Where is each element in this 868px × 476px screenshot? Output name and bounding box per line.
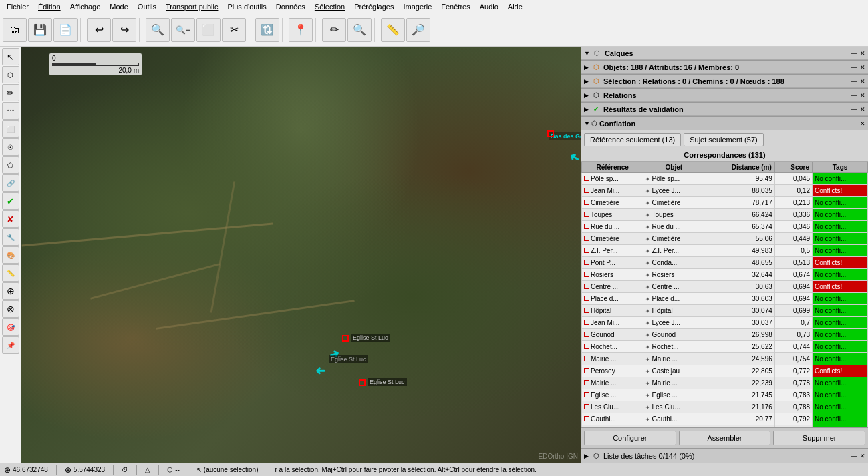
menu-fichier[interactable]: Fichier xyxy=(3,1,33,12)
toolbar-gps[interactable]: 📍 xyxy=(289,18,313,42)
table-row[interactable]: Rue du ... ✦ Rue du ... 65,374 0,346 No … xyxy=(582,221,868,233)
tool-node[interactable]: ⬡ xyxy=(2,66,19,83)
table-row[interactable]: Rosiers ✦ Rosiers 32,644 0,674 No confli… xyxy=(582,269,868,281)
toolbar-zoom-out[interactable]: 🔍− xyxy=(171,18,195,42)
toolbar-measure[interactable]: 📏 xyxy=(381,18,405,42)
table-row[interactable]: Perosey ✦ Casteljau 22,805 0,772 Conflic… xyxy=(582,365,868,377)
table-row[interactable]: Gauthi... ✦ Gauthi... 20,77 0,792 No con… xyxy=(582,413,868,425)
tool-paint[interactable]: 🎨 xyxy=(2,246,19,264)
calques-header[interactable]: ▼ ⬡ Calques — ✕ xyxy=(581,47,868,60)
toolbar-refresh[interactable]: 🔃 xyxy=(255,18,279,42)
conflation-arrow[interactable]: ▼ xyxy=(584,120,590,127)
tool-add[interactable]: ⊕ xyxy=(2,282,19,300)
tool-polygon[interactable]: ⬠ xyxy=(2,156,19,174)
table-row[interactable]: Rochet... ✦ Rochet... 25,622 0,744 No co… xyxy=(582,341,868,353)
toolbar-open[interactable]: 🗂 xyxy=(3,18,27,42)
calques-close[interactable]: ✕ xyxy=(860,50,865,57)
tasks-close[interactable]: ✕ xyxy=(860,453,865,459)
menu-aide[interactable]: Aide xyxy=(504,1,527,12)
tab-reference[interactable]: Référence seulement (13) xyxy=(584,133,681,146)
objets-arrow[interactable]: ▶ xyxy=(584,64,589,71)
tasks-minimize[interactable]: — xyxy=(851,453,857,459)
objets-header[interactable]: ▶ ⬡ Objets: 188 / Attributs: 16 / Membre… xyxy=(581,61,868,74)
table-row[interactable]: Cimetière ✦ Cimetière 55,06 0,449 No con… xyxy=(582,233,868,245)
objets-minimize[interactable]: — xyxy=(851,64,857,71)
data-table[interactable]: Référence Objet Distance (m) Score Tags … xyxy=(581,162,868,427)
menu-transport-public[interactable]: Transport public xyxy=(162,1,222,12)
selection-close[interactable]: ✕ xyxy=(860,78,865,85)
menu-plus-outils[interactable]: Plus d'outils xyxy=(223,1,270,12)
menu-prereglages[interactable]: Préréglages xyxy=(350,1,398,12)
configure-button[interactable]: Configurer xyxy=(584,431,676,445)
calques-minimize[interactable]: — xyxy=(851,50,857,57)
tool-reject[interactable]: ✘ xyxy=(2,210,19,228)
toolbar-zoom-in[interactable]: 🔍 xyxy=(146,18,170,42)
table-row[interactable]: Mairie ... ✦ Mairie ... 24,596 0,754 No … xyxy=(582,353,868,365)
menu-edition[interactable]: Édition xyxy=(34,1,65,12)
menu-donnees[interactable]: Données xyxy=(272,1,309,12)
relations-minimize[interactable]: — xyxy=(851,92,857,99)
menu-outils[interactable]: Outils xyxy=(134,1,160,12)
relations-close[interactable]: ✕ xyxy=(860,92,865,99)
conflation-header[interactable]: ▼ ⬡ Conflation — ✕ xyxy=(581,117,868,130)
tool-validate[interactable]: ✔ xyxy=(2,192,19,210)
table-row[interactable]: Z.I. Per... ✦ Z.I. Per... 49,983 0,5 No … xyxy=(582,245,868,257)
conflation-minimize[interactable]: — xyxy=(854,120,860,127)
menu-audio[interactable]: Audio xyxy=(476,1,502,12)
tool-settings[interactable]: 🔧 xyxy=(2,228,19,246)
validation-arrow[interactable]: ▶ xyxy=(584,106,589,113)
table-row[interactable]: Jean Mi... ✦ Lycée J... 88,035 0,12 Conf… xyxy=(582,185,868,197)
calques-arrow[interactable]: ▼ xyxy=(584,50,590,57)
menu-mode[interactable]: Mode xyxy=(106,1,132,12)
supprimer-button[interactable]: Supprimer xyxy=(773,431,865,445)
map-area[interactable]: 0 20,0 m Bas des Gen... ➜ ➜ ➜ Eglise St … xyxy=(21,47,581,463)
tool-pin[interactable]: 📌 xyxy=(2,336,19,354)
table-row[interactable]: Place d... ✦ Place d... 30,603 0,694 No … xyxy=(582,293,868,305)
selection-arrow[interactable]: ▶ xyxy=(584,78,589,85)
tool-line[interactable]: 〰 xyxy=(2,102,19,120)
toolbar-save[interactable]: 💾 xyxy=(28,18,52,42)
tool-link[interactable]: 🔗 xyxy=(2,174,19,192)
table-row[interactable]: Pont P... ✦ Conda... 48,655 0,513 Confli… xyxy=(582,257,868,269)
table-row[interactable]: Mairie ... ✦ Mairie ... 22,239 0,778 No … xyxy=(582,377,868,389)
tool-way[interactable]: ✏ xyxy=(2,84,19,101)
table-row[interactable]: Les Clu... ✦ Les Clu... 21,176 0,788 No … xyxy=(582,401,868,413)
table-row[interactable]: Jean Mi... ✦ Lycée J... 30,037 0,7 No co… xyxy=(582,317,868,329)
table-row[interactable]: Cimetière ✦ Cimetière 78,717 0,213 No co… xyxy=(582,197,868,209)
menu-selection[interactable]: Sélection xyxy=(311,1,349,12)
selection-header[interactable]: ▶ ⬡ Sélection : Relations : 0 / Chemins … xyxy=(581,75,868,88)
toolbar-zoom-fit[interactable]: ⬜ xyxy=(196,18,221,42)
relations-arrow[interactable]: ▶ xyxy=(584,92,589,99)
toolbar-search[interactable]: 🔍 xyxy=(347,18,372,42)
menu-imagerie[interactable]: Imagerie xyxy=(399,1,436,12)
tool-remove[interactable]: ⊗ xyxy=(2,300,19,318)
selection-minimize[interactable]: — xyxy=(851,78,857,85)
tool-circle[interactable]: ☉ xyxy=(2,138,19,156)
toolbar-cut[interactable]: ✂ xyxy=(222,18,246,42)
table-row[interactable]: Centre ... ✦ Centre ... 30,63 0,694 Conf… xyxy=(582,281,868,293)
menu-affichage[interactable]: Affichage xyxy=(66,1,105,12)
validation-minimize[interactable]: — xyxy=(851,106,857,113)
toolbar-edit[interactable]: ✏ xyxy=(322,18,346,42)
toolbar-zoom-area[interactable]: 🔎 xyxy=(406,18,430,42)
table-row[interactable]: Eglise ... ✦ Eglise ... 21,745 0,783 No … xyxy=(582,389,868,401)
tool-target[interactable]: 🎯 xyxy=(2,318,19,336)
toolbar-new[interactable]: 📄 xyxy=(53,18,78,42)
table-row[interactable]: Pôle sp... ✦ Pôle sp... 95,49 0,045 No c… xyxy=(582,173,868,185)
tool-select[interactable]: ↖ xyxy=(2,48,19,65)
menu-fenetres[interactable]: Fenêtres xyxy=(437,1,474,12)
toolbar-redo[interactable]: ↪ xyxy=(112,18,136,42)
tool-area[interactable]: ⬜ xyxy=(2,120,19,138)
tasks-arrow[interactable]: ▶ xyxy=(584,453,589,459)
table-row[interactable]: Gounod ✦ Gounod 26,998 0,73 No confli... xyxy=(582,329,868,341)
objets-close[interactable]: ✕ xyxy=(860,64,865,71)
table-row[interactable]: Toupes ✦ Toupes 66,424 0,336 No confli..… xyxy=(582,209,868,221)
tab-sujet[interactable]: Sujet seulement (57) xyxy=(684,133,764,146)
validation-close[interactable]: ✕ xyxy=(860,106,865,113)
validation-header[interactable]: ▶ ✔ Résultats de validation — ✕ xyxy=(581,103,868,116)
table-row[interactable]: Hôpital ✦ Hôpital 30,074 0,699 No confli… xyxy=(582,305,868,317)
tool-measure[interactable]: 📏 xyxy=(2,264,19,282)
assemble-button[interactable]: Assembler xyxy=(679,431,771,445)
toolbar-undo[interactable]: ↩ xyxy=(87,18,111,42)
conflation-close[interactable]: ✕ xyxy=(860,120,865,127)
